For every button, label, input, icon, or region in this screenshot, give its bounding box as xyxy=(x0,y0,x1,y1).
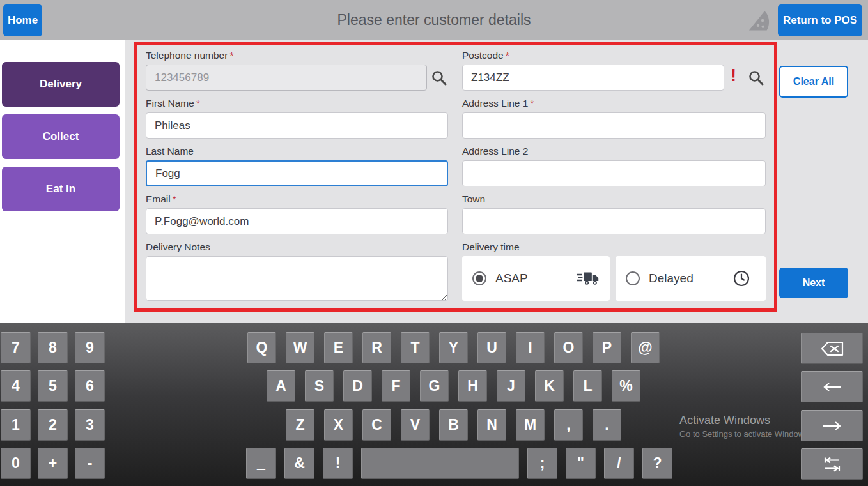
key-Q[interactable]: Q xyxy=(247,332,276,363)
order-type-sidebar: Delivery Collect Eat In xyxy=(0,40,125,323)
postcode-input[interactable] xyxy=(462,65,724,91)
key-2[interactable]: 2 xyxy=(38,409,68,441)
sidebar-item-eat-in[interactable]: Eat In xyxy=(2,167,120,211)
key-arrow-left[interactable] xyxy=(801,371,863,402)
key-H[interactable]: H xyxy=(458,370,487,402)
key-O[interactable]: O xyxy=(554,332,583,363)
key-K[interactable]: K xyxy=(535,370,564,402)
key-C[interactable]: C xyxy=(362,409,391,441)
key-@[interactable]: @ xyxy=(631,332,660,363)
key-tab[interactable] xyxy=(801,448,863,480)
delayed-radio[interactable] xyxy=(626,271,640,285)
postcode-search-icon[interactable] xyxy=(748,70,764,86)
telephone-input[interactable] xyxy=(146,65,427,91)
last-name-input[interactable] xyxy=(146,160,448,186)
key-6[interactable]: 6 xyxy=(75,370,105,402)
key-,[interactable]: , xyxy=(554,409,583,441)
key-![interactable]: ! xyxy=(323,448,353,479)
key-N[interactable]: N xyxy=(477,409,506,441)
key-8[interactable]: 8 xyxy=(38,332,68,363)
delivery-notes-label: Delivery Notes xyxy=(146,241,210,253)
truck-icon xyxy=(577,270,600,287)
top-bar: Home Please enter customer details Retur… xyxy=(0,0,868,40)
return-to-pos-button[interactable]: Return to POS xyxy=(778,4,862,36)
key-1[interactable]: 1 xyxy=(1,409,31,441)
key-7[interactable]: 7 xyxy=(1,332,31,363)
key-U[interactable]: U xyxy=(477,332,506,363)
address-line1-input[interactable] xyxy=(462,112,766,139)
key-0[interactable]: 0 xyxy=(1,448,31,479)
key-"[interactable]: " xyxy=(566,448,596,479)
key-X[interactable]: X xyxy=(324,409,353,441)
email-input[interactable] xyxy=(146,208,448,234)
pizza-slice-icon xyxy=(747,9,770,32)
page-title: Please enter customer details xyxy=(0,0,868,40)
key-+[interactable]: + xyxy=(38,448,68,479)
postcode-error-icon: ! xyxy=(731,66,736,86)
key-9[interactable]: 9 xyxy=(75,332,105,363)
key-5[interactable]: 5 xyxy=(38,370,68,402)
delivery-time-label: Delivery time xyxy=(462,241,520,253)
asap-label: ASAP xyxy=(495,271,528,285)
key-backspace[interactable] xyxy=(801,333,863,364)
sidebar-item-delivery[interactable]: Delivery xyxy=(2,62,120,107)
address-line1-label: Address Line 1* xyxy=(462,98,534,109)
delivery-time-asap-option[interactable]: ASAP xyxy=(462,256,610,301)
key-%[interactable]: % xyxy=(612,370,640,402)
key-P[interactable]: P xyxy=(593,332,621,363)
clock-icon xyxy=(732,270,756,287)
key-_[interactable]: _ xyxy=(246,448,276,479)
key-4[interactable]: 4 xyxy=(1,370,31,402)
next-button[interactable]: Next xyxy=(779,268,848,298)
key-M[interactable]: M xyxy=(516,409,545,441)
key-B[interactable]: B xyxy=(439,409,468,441)
first-name-label: First Name* xyxy=(146,98,200,109)
key-V[interactable]: V xyxy=(401,409,430,441)
activate-windows-watermark: Activate Windows Go to Settings to activ… xyxy=(679,414,810,439)
address-line2-input[interactable] xyxy=(462,160,766,186)
key-T[interactable]: T xyxy=(401,332,430,363)
delayed-label: Delayed xyxy=(649,271,694,285)
key-/[interactable]: / xyxy=(604,448,634,479)
key-.[interactable]: . xyxy=(593,409,621,441)
key-arrow-right[interactable] xyxy=(801,410,863,441)
last-name-label: Last Name xyxy=(146,146,196,157)
key-W[interactable]: W xyxy=(286,332,314,363)
key-Z[interactable]: Z xyxy=(286,409,314,441)
key-A[interactable]: A xyxy=(267,370,295,402)
town-input[interactable] xyxy=(462,208,766,234)
postcode-label: Postcode* xyxy=(462,50,509,61)
email-label: Email* xyxy=(146,194,176,205)
key-F[interactable]: F xyxy=(382,370,410,402)
delivery-time-delayed-option[interactable]: Delayed xyxy=(616,256,766,301)
key-D[interactable]: D xyxy=(343,370,372,402)
key-R[interactable]: R xyxy=(362,332,391,363)
address-line2-label: Address Line 2 xyxy=(462,146,530,157)
telephone-search-icon[interactable] xyxy=(431,70,447,86)
key-?[interactable]: ? xyxy=(642,448,672,479)
telephone-label: Telephone number* xyxy=(146,50,233,61)
clear-all-button[interactable]: Clear All xyxy=(779,66,848,98)
key-&[interactable]: & xyxy=(284,448,314,479)
key-J[interactable]: J xyxy=(497,370,525,402)
key-Y[interactable]: Y xyxy=(439,332,468,363)
key-L[interactable]: L xyxy=(573,370,602,402)
key-S[interactable]: S xyxy=(305,370,334,402)
sidebar-item-collect[interactable]: Collect xyxy=(2,114,120,159)
asap-radio[interactable] xyxy=(472,271,486,285)
key-G[interactable]: G xyxy=(420,370,449,402)
first-name-input[interactable] xyxy=(146,112,448,139)
key--[interactable]: - xyxy=(75,448,105,479)
virtual-keyboard: Activate Windows Go to Settings to activ… xyxy=(0,323,868,486)
delivery-notes-input[interactable] xyxy=(146,256,448,301)
key-I[interactable]: I xyxy=(516,332,545,363)
key-3[interactable]: 3 xyxy=(75,409,105,441)
key-E[interactable]: E xyxy=(324,332,353,363)
key-;[interactable]: ; xyxy=(527,448,557,479)
town-label: Town xyxy=(462,194,487,205)
key-space[interactable] xyxy=(361,448,519,479)
